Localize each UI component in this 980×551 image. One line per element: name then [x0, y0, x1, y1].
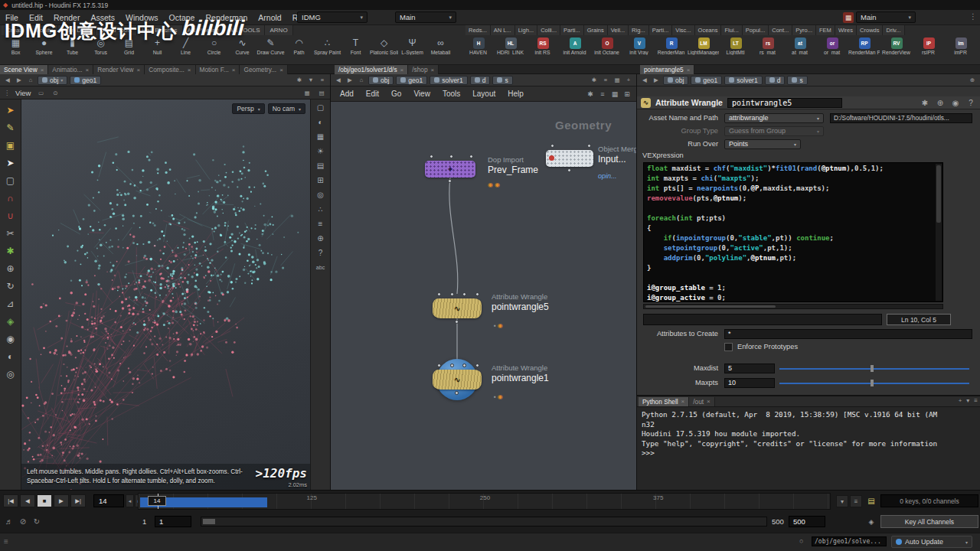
output-connector[interactable] [567, 168, 571, 172]
shelf-tab-flui-11[interactable]: Flui... [721, 25, 742, 35]
search-icon[interactable]: ◉ [950, 99, 961, 107]
path-chip-geo1[interactable]: geo1 [691, 76, 722, 85]
node-input[interactable] [546, 150, 593, 167]
shelf-tool-draw-curve[interactable]: ✎Draw Curve [256, 36, 285, 65]
shelf-tab-colli-3[interactable]: Colli... [537, 25, 560, 35]
new-pane-icon[interactable]: ⊞ [621, 90, 633, 98]
list-icon[interactable]: ≡ [318, 77, 327, 83]
input-connector[interactable] [469, 155, 473, 158]
key-all-channels-button[interactable]: Key All Channels [880, 515, 978, 528]
shelf-tab-fem-15[interactable]: FEM [816, 25, 835, 35]
shelf-tool-or-mat[interactable]: oror_mat [816, 36, 848, 65]
shelf-tab-ligh-2[interactable]: Ligh... [515, 25, 537, 35]
shelf-tool-lightmtl[interactable]: LTLightMtl [720, 36, 752, 65]
tumble-tool-icon[interactable]: ➤ [2, 102, 18, 118]
node-flags[interactable]: ▪◉ [494, 322, 505, 329]
points-display-icon[interactable]: ∴ [314, 204, 328, 215]
audio-icon[interactable]: ♬ [3, 516, 15, 528]
move-handle-icon[interactable]: ⊕ [2, 260, 18, 276]
group-select-icon[interactable]: ◎ [314, 189, 328, 201]
shelf-tool-rs-mat[interactable]: rsrs_mat [752, 36, 784, 65]
node-pointwrangle1[interactable]: ∿ [433, 370, 482, 390]
go-start-button[interactable]: |◀ [3, 494, 18, 507]
vex-code-editor[interactable]: float maxdist = chf("maxdist")*fit01(ran… [643, 162, 943, 302]
timeline-menu-icon[interactable]: ≡ [850, 495, 862, 507]
tab-motion-f[interactable]: Motion F...× [196, 65, 240, 74]
pose-tool-icon[interactable]: ◈ [2, 313, 18, 329]
netmenu-edit[interactable]: Edit [360, 90, 385, 98]
grid-snap-icon[interactable]: ▤ [314, 160, 328, 171]
highlight-icon[interactable]: ▦ [302, 90, 312, 96]
tab-python-shell[interactable]: Python Shell× [639, 397, 689, 406]
shelf-tab-popul-12[interactable]: Popul... [743, 25, 769, 35]
shelf-tool-metaball[interactable]: ∞Metaball [426, 36, 455, 65]
output-connector[interactable] [455, 320, 459, 324]
input-connector[interactable] [437, 292, 441, 296]
shelf-tool-spray-paint[interactable]: ∴Spray Paint [313, 36, 341, 65]
tab-shop[interactable]: /shop× [408, 65, 439, 74]
pin-icon[interactable]: ⊕ [935, 99, 946, 107]
realtime-toggle-icon[interactable]: ↻ [31, 516, 43, 528]
list-icon[interactable]: ≡ [974, 397, 978, 404]
shelf-tab-arno[interactable]: ARNO [265, 25, 292, 35]
path-chip-d[interactable]: d [470, 76, 491, 85]
node-pointwrangle5[interactable]: ∿ [433, 298, 482, 318]
shelf-tool-rsipr[interactable]: IPrsIPR [913, 36, 945, 65]
scale-handle-icon[interactable]: ⊿ [2, 295, 18, 311]
close-icon[interactable]: × [188, 67, 191, 73]
path-chip-solver1[interactable]: solver1 [724, 76, 762, 85]
close-icon[interactable]: × [86, 67, 90, 73]
keyframe-icon[interactable]: ▤ [865, 495, 877, 507]
visibility-icon[interactable]: ▤ [317, 90, 326, 96]
node-name-field[interactable]: pointwrangle5 [727, 98, 842, 108]
box-select-icon[interactable]: ▢ [2, 172, 18, 188]
range-end-field[interactable]: 500 [789, 516, 825, 527]
network-graph[interactable]: Geometry ✦Dop ImportPrev_Frame◉◉∿Attribu… [331, 102, 636, 490]
mute-icon[interactable]: ⊘ [17, 516, 29, 528]
forward-arrow-icon[interactable]: ▶ [15, 77, 24, 83]
shelf-tab-oceans-10[interactable]: Oceans [695, 25, 722, 35]
shelf-tab-visc-9[interactable]: Visc... [672, 25, 694, 35]
shelf-tab-crowds-17[interactable]: Crowds [857, 25, 883, 35]
message-log-icon[interactable]: ≡ [4, 537, 8, 546]
help-icon[interactable]: ? [965, 99, 976, 107]
shelf-tab-grains-5[interactable]: Grains [584, 25, 608, 35]
shelf-tool-init-vray[interactable]: Vinit Vray [623, 36, 655, 65]
grid-icon[interactable]: ▦ [612, 77, 622, 83]
tab-obj-geo1-solver1-d-s[interactable]: /obj/geo1/solver1/d/s× [335, 65, 408, 74]
netmenu-help[interactable]: Help [501, 90, 530, 98]
tab-out[interactable]: /out× [689, 397, 715, 406]
netmenu-view[interactable]: View [407, 90, 436, 98]
close-icon[interactable]: × [707, 398, 710, 405]
path-chip-obj[interactable]: obj [368, 76, 394, 85]
timeline-ruler[interactable]: 14 125250375 [138, 493, 831, 510]
shelf-tool-init-octane[interactable]: Oinit Octane [591, 36, 623, 65]
code-scrollbar[interactable] [936, 164, 942, 301]
scissors-icon[interactable]: ✂ [2, 225, 18, 241]
shelf-tab-rig-7[interactable]: Rig... [629, 25, 649, 35]
light-icon[interactable]: ☀ [314, 145, 328, 157]
context-chip-obj[interactable]: obj▾ [38, 76, 67, 85]
stop-button[interactable]: ■ [37, 494, 52, 507]
netmenu-go[interactable]: Go [385, 90, 407, 98]
close-icon[interactable]: × [279, 67, 283, 73]
input-connector[interactable] [450, 364, 454, 367]
key-tool-icon[interactable]: ◎ [2, 366, 18, 382]
range-slider-thumb[interactable] [203, 519, 215, 524]
pin-icon[interactable]: ⊕ [968, 77, 977, 83]
input-connector[interactable] [475, 292, 479, 296]
current-frame-field[interactable]: 14 [93, 494, 124, 507]
shelf-tool-lightmanager[interactable]: LMLightManager [688, 36, 720, 65]
slider-handle[interactable] [871, 380, 874, 386]
path-chip-s[interactable]: s [787, 76, 807, 85]
flag-icon[interactable]: ◉ [495, 181, 501, 188]
node-name-label[interactable]: pointwrangle5 [492, 302, 549, 312]
input-connector[interactable] [475, 364, 479, 367]
frame-step-back-button[interactable]: ◂ [126, 494, 134, 507]
shelf-tab-reds-0[interactable]: Reds... [466, 25, 491, 35]
shelf-tab-parti-4[interactable]: Parti... [560, 25, 584, 35]
view-tool-icon[interactable]: ◉ [2, 331, 18, 347]
back-arrow-icon[interactable]: ◀ [640, 77, 649, 83]
node-name-label[interactable]: Prev_Frame [488, 165, 538, 175]
asset-name-dropdown[interactable]: attribwrangle▾ [724, 113, 824, 123]
